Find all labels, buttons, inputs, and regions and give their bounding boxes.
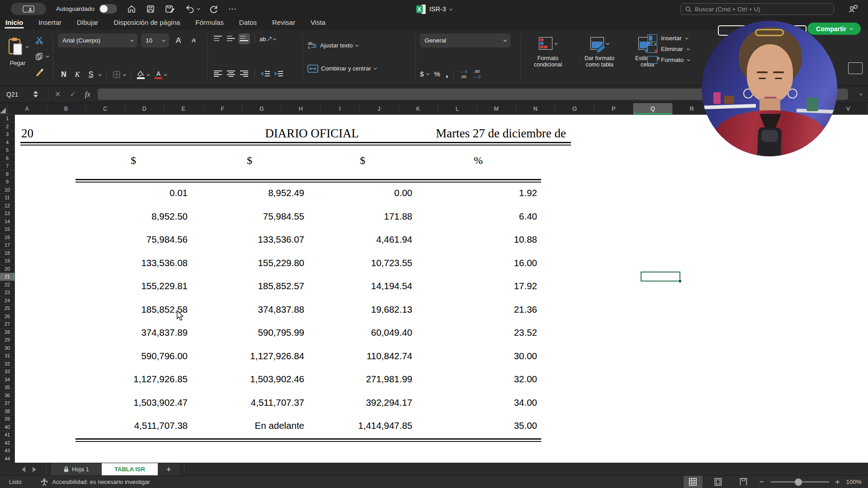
paste-menu-chevron[interactable] bbox=[26, 45, 29, 48]
tab-formulas[interactable]: Fórmulas bbox=[195, 18, 224, 26]
document-title[interactable]: ISR-3 bbox=[429, 5, 446, 13]
table-cell[interactable]: 23.52 bbox=[422, 327, 537, 338]
selected-cell-q21[interactable] bbox=[641, 272, 680, 282]
copy-menu-chevron[interactable] bbox=[46, 54, 49, 57]
sheet-tab-tabla-isr[interactable]: TABLA ISR bbox=[102, 463, 158, 475]
more-commands-button[interactable]: ⋯ bbox=[228, 4, 237, 14]
copy-button[interactable] bbox=[35, 52, 48, 61]
row-header-37[interactable]: 37 bbox=[0, 399, 14, 408]
align-center-button[interactable] bbox=[225, 68, 237, 79]
table-cell[interactable]: 6.40 bbox=[422, 211, 537, 222]
table-cell[interactable]: 10.88 bbox=[422, 234, 537, 245]
table-cell[interactable]: 75,984.55 bbox=[205, 211, 304, 222]
sheet-tab-hoja1[interactable]: Hoja 1 bbox=[51, 463, 102, 475]
merge-center-button[interactable]: Combinar y centrar bbox=[307, 65, 410, 73]
add-sheet-button[interactable]: + bbox=[158, 463, 179, 475]
column-header-N[interactable]: N bbox=[516, 103, 556, 114]
wrap-text-button[interactable]: ab c Ajustar texto bbox=[307, 41, 410, 50]
table-cell[interactable]: 60,049.40 bbox=[313, 327, 412, 338]
table-cell[interactable]: 19,682.13 bbox=[313, 304, 412, 315]
table-cell[interactable]: 155,229.81 bbox=[15, 280, 188, 292]
conditional-format-chevron[interactable] bbox=[555, 42, 558, 45]
tab-insertar[interactable]: Insertar bbox=[38, 18, 61, 26]
align-middle-button[interactable] bbox=[225, 33, 237, 44]
conditional-format-button[interactable]: Formato condicional bbox=[525, 34, 571, 83]
insert-cells-button[interactable]: Insertar bbox=[647, 34, 689, 42]
table-cell[interactable]: 590,795.99 bbox=[205, 327, 304, 338]
align-left-button[interactable] bbox=[212, 68, 224, 79]
home-button[interactable] bbox=[127, 5, 136, 14]
column-header-A[interactable]: A bbox=[8, 103, 47, 114]
document-header-title[interactable]: DIARIO OFICIAL bbox=[265, 127, 359, 141]
table-cell[interactable]: 374,837.88 bbox=[205, 304, 304, 315]
table-cell[interactable]: 133,536.08 bbox=[15, 257, 188, 269]
row-header-18[interactable]: 18 bbox=[0, 249, 14, 258]
table-cell[interactable]: 0.01 bbox=[15, 187, 188, 199]
table-cell[interactable]: 4,461.94 bbox=[313, 234, 412, 245]
autosave-toggle[interactable] bbox=[99, 4, 117, 14]
table-cell[interactable]: 374,837.89 bbox=[15, 327, 188, 338]
undo-menu-chevron[interactable] bbox=[197, 7, 200, 10]
table-cell[interactable]: 10,723.55 bbox=[313, 257, 412, 269]
column-header-H[interactable]: H bbox=[282, 103, 321, 114]
row-header-41[interactable]: 41 bbox=[0, 431, 14, 439]
table-cell[interactable]: 32.00 bbox=[422, 373, 537, 385]
bold-button[interactable]: N bbox=[58, 70, 70, 79]
row-header-22[interactable]: 22 bbox=[0, 281, 14, 289]
borders-menu-chevron[interactable] bbox=[123, 73, 126, 76]
column-header-P[interactable]: P bbox=[594, 103, 634, 114]
font-size-select[interactable]: 10 bbox=[141, 33, 169, 47]
row-header-36[interactable]: 36 bbox=[0, 392, 14, 400]
table-cell[interactable]: 1,503,902.47 bbox=[15, 397, 188, 408]
accessibility-status[interactable]: Accesibilidad: es necesario investigar bbox=[40, 478, 150, 486]
page-break-view-button[interactable] bbox=[734, 476, 753, 488]
font-color-button[interactable]: A bbox=[155, 70, 162, 79]
row-header-5[interactable]: 5 bbox=[0, 146, 14, 155]
row-header-42[interactable]: 42 bbox=[0, 439, 14, 447]
row-header-2[interactable]: 2 bbox=[0, 123, 14, 131]
tab-dibujar[interactable]: Dibujar bbox=[77, 18, 99, 26]
sheet-canvas[interactable]: 20 DIARIO OFICIAL Martes 27 de diciembre… bbox=[15, 115, 868, 463]
table-cell[interactable]: 14,194.54 bbox=[313, 280, 412, 292]
row-header-31[interactable]: 31 bbox=[0, 352, 14, 360]
row-header-25[interactable]: 25 bbox=[0, 305, 14, 313]
search-box[interactable] bbox=[680, 3, 834, 15]
zoom-slider[interactable] bbox=[770, 481, 829, 483]
table-cell[interactable]: 30.00 bbox=[422, 350, 537, 362]
row-header-16[interactable]: 16 bbox=[0, 234, 14, 242]
row-header-12[interactable]: 12 bbox=[0, 202, 14, 210]
table-column-symbol[interactable]: $ bbox=[360, 155, 365, 167]
table-cell[interactable]: 35.00 bbox=[422, 420, 537, 432]
document-title-chevron[interactable] bbox=[449, 7, 453, 10]
format-painter-button[interactable] bbox=[35, 67, 48, 77]
column-header-L[interactable]: L bbox=[438, 103, 477, 114]
row-header-21[interactable]: 21 bbox=[0, 273, 14, 281]
table-cell[interactable]: 271,981.99 bbox=[313, 373, 412, 385]
row-header-3[interactable]: 3 bbox=[0, 131, 14, 139]
row-header-9[interactable]: 9 bbox=[0, 178, 14, 186]
column-header-I[interactable]: I bbox=[321, 103, 360, 114]
align-bottom-button[interactable] bbox=[238, 33, 250, 44]
row-header-40[interactable]: 40 bbox=[0, 423, 14, 432]
save-button[interactable] bbox=[146, 5, 155, 14]
formula-bar-collapse-chevron[interactable] bbox=[859, 92, 863, 95]
delete-cells-button[interactable]: Eliminar bbox=[647, 45, 689, 53]
cancel-entry-icon[interactable]: ✕ bbox=[55, 90, 61, 99]
page-number[interactable]: 20 bbox=[21, 127, 33, 141]
table-cell[interactable]: 185,852.57 bbox=[205, 280, 304, 292]
confirm-entry-icon[interactable]: ✓ bbox=[70, 90, 75, 99]
row-header-19[interactable]: 19 bbox=[0, 257, 14, 265]
undo-button[interactable] bbox=[185, 5, 199, 14]
row-header-20[interactable]: 20 bbox=[0, 265, 14, 273]
table-cell[interactable]: 110,842.74 bbox=[313, 350, 412, 362]
save-as-button[interactable] bbox=[165, 5, 175, 14]
currency-button[interactable]: $ bbox=[420, 70, 424, 78]
row-header-4[interactable]: 4 bbox=[0, 139, 14, 147]
select-all-corner[interactable] bbox=[0, 103, 8, 115]
prev-sheet-arrow[interactable] bbox=[18, 463, 29, 475]
row-header-8[interactable]: 8 bbox=[0, 170, 14, 178]
increase-indent-button[interactable] bbox=[273, 68, 284, 79]
borders-icon[interactable] bbox=[112, 70, 121, 79]
column-header-B[interactable]: B bbox=[47, 103, 86, 114]
row-header-33[interactable]: 33 bbox=[0, 368, 14, 376]
